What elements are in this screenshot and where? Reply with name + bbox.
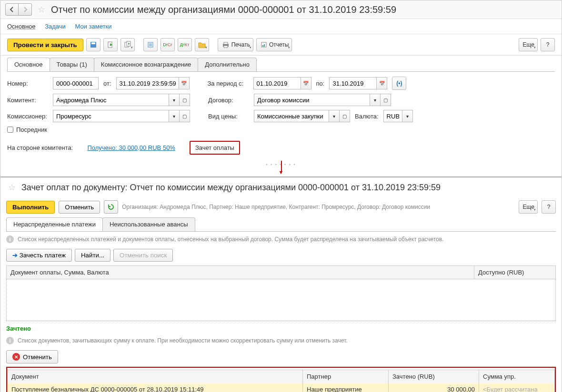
label-from: от: (103, 80, 111, 87)
page-title: Отчет по комиссии между организациями 00… (51, 4, 396, 15)
dropdown-icon[interactable]: ▾ (169, 110, 180, 122)
credited-section-label: Зачтено (0, 321, 562, 333)
credited-table-highlight: Документ Партнер Зачтено (RUB) Сумма упр… (6, 367, 556, 392)
pane2-title: Зачет оплат по документу: Отчет по комис… (21, 183, 441, 193)
open-icon[interactable]: ▢ (180, 110, 190, 122)
favorite-star-icon[interactable]: ☆ (6, 182, 18, 193)
more-button[interactable]: Еще▾ (519, 38, 538, 51)
post-button[interactable] (103, 38, 118, 51)
dtkt-button[interactable]: ДтКт (178, 38, 192, 51)
calendar-icon[interactable]: 📅 (301, 77, 311, 89)
arrow-annotation (0, 168, 562, 176)
cancel-button[interactable]: Отменить (59, 201, 100, 214)
post-and-close-button[interactable]: Провести и закрыть (7, 39, 83, 51)
label-period-to: по: (316, 80, 325, 87)
tab-main[interactable]: Основное (7, 58, 50, 71)
drcr-button[interactable]: DrCr (161, 38, 175, 51)
table2-header: Документ Партнер Зачтено (RUB) Сумма упр… (8, 370, 554, 383)
info-icon: i (6, 235, 14, 243)
table-row[interactable]: Поступление безналичных ДС 0000-000005 о… (8, 383, 554, 392)
execute-button[interactable]: Выполнить (6, 201, 55, 214)
close-icon: ✕ (12, 353, 20, 361)
calendar-icon[interactable]: 📅 (179, 77, 190, 89)
tab-unallocated[interactable]: Нераспределенные платежи (6, 217, 103, 231)
folder-button[interactable]: ▾ (195, 38, 209, 51)
cancel-search-button[interactable]: Отменить поиск (113, 249, 173, 262)
svg-rect-1 (91, 42, 95, 44)
cell-partner: Наше предприятие (303, 383, 389, 392)
reports-button[interactable]: Отчеты▾ (256, 38, 292, 51)
open-icon[interactable]: ▢ (180, 94, 190, 106)
contract-field[interactable] (254, 94, 370, 106)
label-price-type: Вид цены: (208, 113, 249, 120)
tab-unused-advances[interactable]: Неиспользованные авансы (102, 217, 195, 231)
commissioner-field[interactable] (53, 110, 169, 122)
nav-back-button[interactable] (5, 3, 19, 16)
help-button-2[interactable]: ? (542, 200, 556, 214)
currency-field[interactable] (383, 110, 402, 122)
intermediary-checkbox[interactable] (7, 127, 13, 133)
save-button[interactable] (86, 38, 100, 51)
price-type-field[interactable] (254, 110, 329, 122)
table2-h1[interactable]: Документ (8, 370, 303, 383)
more-button-2[interactable]: Еще▾ (519, 200, 538, 214)
cell-document: Поступление безналичных ДС 0000-000005 о… (8, 383, 303, 392)
label-side: На стороне комитента: (7, 144, 73, 151)
label-number: Номер: (7, 80, 48, 87)
label-kommitent: Комитент: (7, 97, 48, 104)
subnav-main[interactable]: Основное (7, 23, 36, 30)
subnav-tasks[interactable]: Задачи (45, 23, 66, 30)
received-link[interactable]: Получено: 30 000,00 RUB 50% (87, 144, 175, 151)
find-button[interactable]: Найти... (75, 249, 110, 262)
label-intermediary: Посредник (16, 126, 47, 133)
cell-amount: 30 000,00 (389, 383, 479, 392)
context-info: Организация: Андромеда Плюс, Партнер: На… (122, 204, 430, 210)
table1-header: Документ оплаты, Сумма, Валюта Доступно … (6, 265, 556, 279)
offset-payment-button[interactable]: Зачет оплаты (190, 141, 240, 155)
cell-upr: <Будет рассчитана автом... (479, 383, 554, 392)
tab-extra[interactable]: Дополнительно (198, 58, 257, 71)
svg-rect-10 (224, 42, 228, 44)
info-text-2: Список документов, зачитывающих сумму к … (18, 337, 348, 344)
open-icon[interactable]: ▢ (381, 94, 391, 106)
period-to-field[interactable] (329, 77, 377, 89)
print-button[interactable]: Печать▾ (218, 38, 253, 51)
refresh-button[interactable] (104, 200, 118, 214)
dropdown-icon[interactable]: ▾ (329, 110, 340, 122)
label-currency: Валюта: (355, 113, 379, 120)
info-icon: i (6, 337, 14, 344)
table2-h2[interactable]: Партнер (303, 370, 389, 383)
label-contract: Договор: (208, 97, 249, 104)
favorite-star-icon[interactable]: ☆ (36, 4, 47, 15)
nav-forward-button[interactable] (19, 3, 32, 16)
calendar-icon[interactable]: 📅 (377, 77, 387, 89)
cancel-offset-button[interactable]: ✕ Отменить (6, 350, 58, 363)
kommitent-field[interactable] (53, 94, 169, 106)
tab-goods[interactable]: Товары (1) (50, 58, 94, 71)
subnav-notes[interactable]: Мои заметки (75, 23, 111, 30)
date-field[interactable] (116, 77, 179, 89)
help-button[interactable]: ? (541, 38, 555, 51)
table1-col2[interactable]: Доступно (RUB) (474, 266, 555, 279)
info-text-1: Список нераспределенных платежей и докум… (18, 236, 443, 243)
create-based-on-button[interactable]: ▾ (120, 38, 135, 51)
open-icon[interactable]: ▢ (340, 110, 350, 122)
dropdown-icon[interactable]: ▾ (370, 94, 381, 106)
list-button[interactable] (143, 38, 158, 51)
label-commissioner: Комиссионер: (7, 113, 48, 120)
period-from-field[interactable] (253, 77, 301, 89)
apply-payment-button[interactable]: ➔ Зачесть платеж (6, 249, 72, 262)
svg-rect-13 (262, 45, 263, 47)
svg-rect-11 (224, 46, 228, 48)
tab-commission[interactable]: Комиссионное вознаграждение (94, 58, 199, 71)
subnav: Основное Задачи Мои заметки (0, 19, 562, 34)
table2-h3[interactable]: Зачтено (RUB) (389, 370, 479, 383)
dropdown-icon[interactable]: ▾ (169, 94, 180, 106)
number-field[interactable] (53, 77, 99, 89)
table1-body[interactable] (6, 279, 556, 321)
svg-rect-14 (264, 44, 265, 47)
table1-col1[interactable]: Документ оплаты, Сумма, Валюта (7, 266, 474, 279)
table2-h4[interactable]: Сумма упр. (479, 370, 554, 383)
period-picker-button[interactable]: (•) (392, 77, 406, 90)
dropdown-icon[interactable]: ▾ (402, 110, 413, 122)
